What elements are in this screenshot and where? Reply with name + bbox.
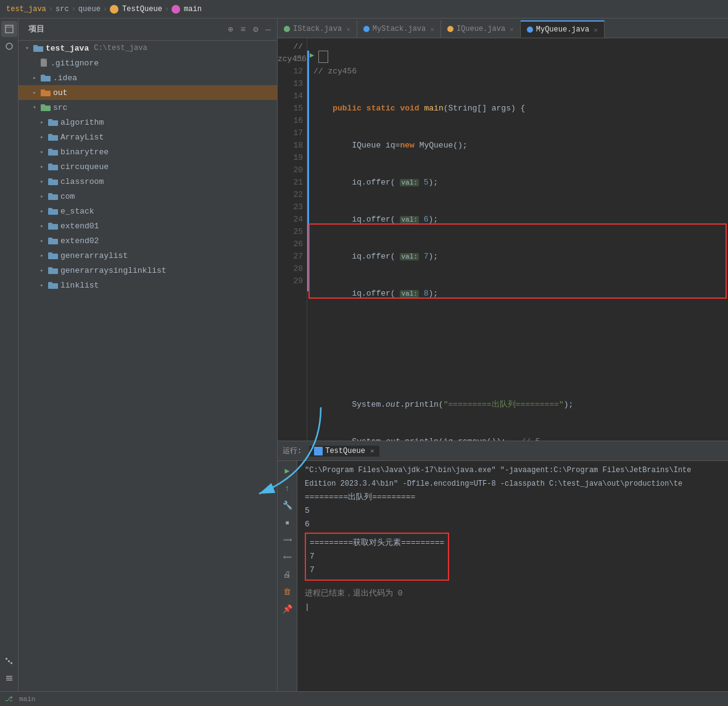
ln-18: 18 [278, 139, 303, 152]
bc-sep1: › [49, 5, 53, 14]
main-pink-icon [172, 5, 180, 14]
output-line-2: Edition 2023.3.4\bin" -Dfile.encoding=UT… [305, 477, 721, 491]
tree-generarraylist-label: generarraylist [60, 251, 128, 260]
tree-algorithm[interactable]: ▸ algorithm [19, 115, 277, 130]
tab-mystack[interactable]: MyStack.java ✕ [357, 20, 441, 38]
folder-extend02-icon [48, 237, 58, 244]
tab-iqueue[interactable]: IQueue.java ✕ [441, 20, 521, 38]
code-line-18 [313, 362, 722, 374]
bc-sep3: › [103, 5, 107, 14]
output-highlighted-7b: 7 [310, 563, 444, 577]
run-pin-button[interactable]: 📌 [280, 602, 295, 617]
tree-gitignore[interactable]: ▸ .gitignore [19, 56, 277, 70]
tab-myqueue-label: MyQueue.java [536, 25, 589, 34]
project-title: 项目 [23, 19, 49, 41]
tree-src-label: src [53, 103, 67, 112]
folder-src-icon [41, 104, 51, 111]
ln-16: 16 [278, 115, 303, 127]
tab-mystack-close[interactable]: ✕ [430, 25, 434, 33]
svg-rect-30 [48, 193, 52, 196]
run-toolbar: 运行: TestQueue ✕ [278, 441, 728, 461]
bc-testqueue[interactable]: TestQueue [122, 5, 162, 14]
tree-e-stack[interactable]: ▸ e_stack [19, 204, 277, 218]
sidebar-icon-git[interactable] [1, 38, 17, 54]
folder-icon [33, 44, 43, 52]
tree-generarraysinglinklist[interactable]: ▸ generarraysinglinklist [19, 263, 277, 278]
tab-myqueue[interactable]: MyQueue.java ✕ [521, 20, 605, 38]
ln-27: 27 [278, 251, 303, 263]
tree-binarytree[interactable]: ▸ binarytree [19, 144, 277, 159]
tab-myqueue-close[interactable]: ✕ [594, 26, 598, 34]
tree-idea[interactable]: ▸ .idea [19, 70, 277, 85]
code-line-12: IQueue iq=new MyQueue(); [313, 139, 722, 152]
code-line-20: System.out.println(iq.remove()); // 5 [313, 436, 722, 441]
run-output[interactable]: "C:\Program Files\Java\jdk-17\bin\java.e… [297, 461, 728, 706]
project-tool-sort[interactable]: ≡ [239, 23, 247, 36]
folder-generarraysinglinklist-icon [48, 267, 58, 274]
bc-src[interactable]: src [56, 5, 69, 14]
sidebar-icon-files[interactable] [1, 21, 17, 37]
run-wrench-button[interactable]: 🔧 [280, 498, 295, 513]
tree-generarraylist[interactable]: ▸ generarraylist [19, 248, 277, 263]
run-filter-button[interactable]: ⟹ [280, 533, 295, 547]
tree-gitignore-label: .gitignore [51, 59, 99, 68]
breakpoint-area [318, 51, 328, 63]
tree-algorithm-label: algorithm [60, 118, 104, 127]
run-filter2-button[interactable]: ⟸ [280, 550, 295, 565]
folder-idea-icon [41, 74, 51, 81]
run-indicator: ▶ [310, 51, 314, 60]
bc-queue[interactable]: queue [78, 5, 101, 14]
arrow-classroom: ▸ [38, 178, 46, 185]
sidebar-icons [0, 19, 19, 706]
tree-extend01[interactable]: ▸ extend01 [19, 218, 277, 233]
sidebar-icon-bottom[interactable] [1, 670, 17, 686]
arrow-e-stack: ▸ [38, 207, 46, 215]
output-line-4: 5 [305, 504, 721, 518]
tree-linklist[interactable]: ▸ linklist [19, 278, 277, 293]
run-stop-button[interactable]: ■ [280, 515, 295, 530]
tab-dot-myqueue [527, 27, 533, 33]
tree-arraylist[interactable]: ▸ ArrayList [19, 130, 277, 144]
tab-iqueue-label: IQueue.java [457, 25, 505, 33]
svg-rect-3 [6, 658, 7, 660]
run-tab-close[interactable]: ✕ [370, 447, 374, 455]
tree-circuqueue[interactable]: ▸ circuqueue [19, 159, 277, 174]
run-tab-testqueue[interactable]: TestQueue ✕ [309, 446, 379, 457]
run-delete-button[interactable]: 🗑 [280, 584, 295, 599]
svg-rect-16 [41, 89, 45, 92]
project-panel: 项目 ⊕ ≡ ⚙ — ▾ test_java C:\test_java ▸ .g… [19, 19, 278, 706]
project-tool-minimize[interactable]: — [265, 23, 272, 36]
tree-extend02[interactable]: ▸ extend02 [19, 233, 277, 248]
ln-21: 21 [278, 176, 303, 189]
tree-classroom[interactable]: ▸ classroom [19, 174, 277, 189]
arrow-circuqueue: ▸ [38, 163, 46, 170]
folder-arraylist-icon [48, 133, 58, 141]
svg-rect-11 [33, 45, 38, 48]
bc-project[interactable]: test_java [6, 5, 46, 14]
ln-29: 29 [278, 275, 303, 288]
tree-idea-label: .idea [53, 73, 77, 83]
run-play-button[interactable]: ▶ [280, 463, 295, 478]
run-up-button[interactable]: ↑ [280, 481, 295, 496]
file-icon [41, 59, 48, 67]
tree-src[interactable]: ▾ src [19, 100, 277, 115]
run-tab-icon [314, 447, 323, 455]
tree-out[interactable]: ▸ out [19, 85, 277, 100]
execution-bar [307, 51, 309, 291]
tab-iqueue-close[interactable]: ✕ [510, 25, 514, 33]
tree-com[interactable]: ▸ com [19, 189, 277, 204]
svg-rect-32 [48, 208, 52, 210]
project-tool-settings[interactable]: ⚙ [252, 23, 259, 36]
folder-out-icon [41, 89, 51, 96]
project-tool-layout[interactable]: ⊕ [226, 23, 234, 36]
tab-istack[interactable]: IStack.java ✕ [278, 20, 357, 38]
arrow-arraylist: ▸ [38, 133, 46, 141]
sidebar-icon-structure[interactable] [1, 653, 17, 669]
code-content[interactable]: // zcy456 public static void main(String… [307, 38, 728, 441]
folder-classroom-icon [48, 178, 58, 185]
arrow-generarraylist: ▸ [38, 252, 46, 259]
run-print-button[interactable]: 🖨 [280, 567, 295, 582]
ln-26: 26 [278, 238, 303, 251]
tree-root[interactable]: ▾ test_java C:\test_java [19, 41, 277, 56]
tab-istack-close[interactable]: ✕ [346, 25, 350, 33]
